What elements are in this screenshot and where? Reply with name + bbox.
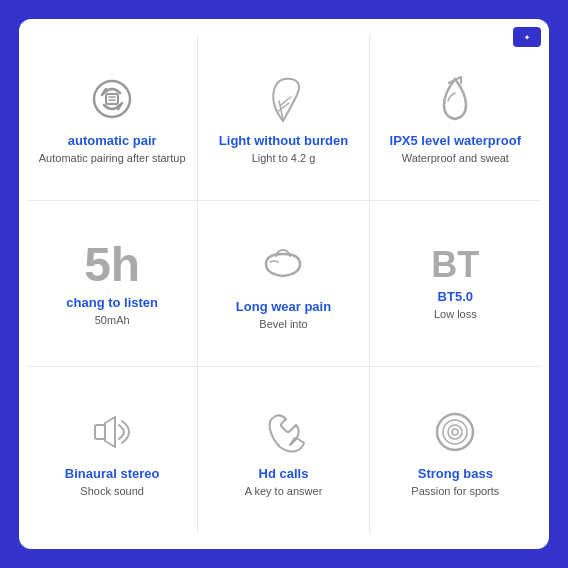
cell-1-1-title: automatic pair (68, 133, 157, 148)
cell-3-2-title: Hd calls (259, 466, 309, 481)
drop-icon (427, 71, 483, 127)
cell-bt: BT BT5.0 Low loss (370, 201, 541, 366)
corner-badge: ✦ (513, 27, 541, 47)
cell-2-3-sub: Low loss (434, 308, 477, 320)
svg-line-1 (102, 89, 106, 95)
svg-point-11 (448, 425, 462, 439)
cell-hd-calls: Hd calls A key to answer (198, 367, 369, 533)
feature-row-2: 5h chang to listen 50mAh Long wear pain … (27, 201, 541, 367)
cell-light-burden: Light without burden Light to 4.2 g (198, 35, 369, 200)
cushion-icon (255, 237, 311, 293)
cell-binaural: Binaural stereo Shock sound (27, 367, 198, 533)
cell-1-1-sub: Automatic pairing after startup (39, 152, 186, 164)
feather-icon (255, 71, 311, 127)
5h-icon: 5h (84, 241, 140, 289)
cell-2-2-sub: Bevel into (259, 318, 307, 330)
cell-1-2-title: Light without burden (219, 133, 348, 148)
cell-3-2-sub: A key to answer (245, 485, 323, 497)
cell-3-3-sub: Passion for sports (411, 485, 499, 497)
cell-3-3-title: Strong bass (418, 466, 493, 481)
cell-2-1-sub: 50mAh (95, 314, 130, 326)
cell-2-1-title: chang to listen (66, 295, 158, 310)
cell-long-wear: Long wear pain Bevel into (198, 201, 369, 366)
cell-1-2-sub: Light to 4.2 g (252, 152, 316, 164)
disc-icon (427, 404, 483, 460)
svg-rect-8 (95, 425, 105, 439)
feature-row-1: automatic pair Automatic pairing after s… (27, 35, 541, 201)
cell-2-2-title: Long wear pain (236, 299, 331, 314)
bt-icon: BT (431, 247, 479, 283)
feature-card: ✦ automatic pair Automatic pairing after… (19, 19, 549, 549)
sync-icon (84, 71, 140, 127)
speaker-icon (84, 404, 140, 460)
svg-point-12 (452, 429, 458, 435)
cell-automatic-pair: automatic pair Automatic pairing after s… (27, 35, 198, 200)
cell-1-3-title: IPX5 level waterproof (390, 133, 522, 148)
phone-icon (255, 404, 311, 460)
cell-1-3-sub: Waterproof and sweat (402, 152, 509, 164)
svg-line-2 (118, 103, 122, 109)
cell-strong-bass: Strong bass Passion for sports (370, 367, 541, 533)
cell-5h: 5h chang to listen 50mAh (27, 201, 198, 366)
badge-text: ✦ (524, 34, 530, 41)
feature-row-3: Binaural stereo Shock sound Hd calls A k… (27, 367, 541, 533)
svg-point-0 (94, 81, 130, 117)
cell-3-1-sub: Shock sound (80, 485, 144, 497)
cell-waterproof: IPX5 level waterproof Waterproof and swe… (370, 35, 541, 200)
svg-rect-3 (106, 94, 118, 104)
svg-point-10 (443, 420, 467, 444)
cell-2-3-title: BT5.0 (438, 289, 473, 304)
cell-3-1-title: Binaural stereo (65, 466, 160, 481)
